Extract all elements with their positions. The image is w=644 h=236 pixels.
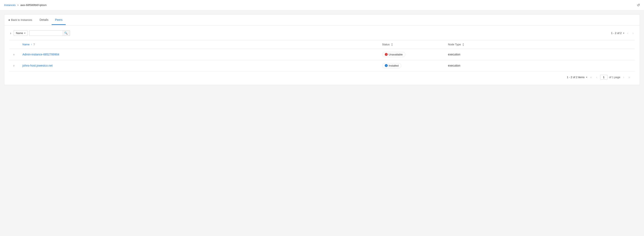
row2-status-icon: i: [385, 64, 388, 67]
filter-input[interactable]: [29, 30, 62, 36]
prev-page-button-top[interactable]: ‹: [626, 31, 630, 36]
pagination-bottom: 1 - 2 of 2 items ▾ « ‹ of 1 page › »: [9, 71, 635, 81]
filter-select[interactable]: Name ▾: [14, 30, 28, 36]
table-body: › Admin-instance-6852789904 ! Unavailabl…: [9, 49, 635, 71]
filter-toolbar: › Name ▾ 🔍 1 - 2 of 2 ▾ ‹: [9, 30, 635, 36]
expand-filter-button[interactable]: ›: [9, 31, 12, 36]
filter-dropdown-arrow: ▾: [24, 32, 25, 34]
breadcrumb-bar: Instances > awx-68f586fb6f-lpbsm ↺: [0, 0, 644, 10]
search-icon: 🔍: [64, 32, 68, 35]
row2-status-label: Installed: [389, 64, 398, 67]
col-status-label: Status: [382, 43, 390, 46]
row2-nodetype-value: execution: [448, 64, 460, 67]
main-panel: ◄ Back to Instances Details Peers › Name…: [4, 15, 640, 85]
search-button[interactable]: 🔍: [62, 30, 70, 36]
row1-nodetype-value: execution: [448, 53, 460, 56]
content-area: › Name ▾ 🔍 1 - 2 of 2 ▾ ‹: [4, 25, 640, 85]
pagination-top: 1 - 2 of 2 ▾ ‹ ›: [611, 31, 635, 36]
col-status-header: Status ▲▼: [379, 40, 445, 49]
page-range-dropdown-arrow[interactable]: ▾: [623, 32, 624, 34]
last-page-button[interactable]: »: [627, 75, 632, 80]
row1-status-badge: ! Unavailable: [382, 52, 406, 57]
breadcrumb-instances-link[interactable]: Instances: [4, 4, 16, 7]
status-sort-icon[interactable]: ▲▼: [391, 43, 393, 46]
row2-nodetype-cell: execution: [445, 60, 635, 71]
row1-name-cell: Admin-instance-6852789904: [19, 49, 379, 60]
row1-expand-cell: ›: [9, 49, 19, 60]
prev-page-button[interactable]: ‹: [595, 75, 598, 80]
row1-status-label: Unavailable: [389, 53, 403, 56]
breadcrumb-separator: >: [17, 4, 19, 7]
row2-expand-cell: ›: [9, 60, 19, 71]
filter-input-wrapper: 🔍: [29, 30, 70, 36]
col-expand-header: [9, 40, 19, 49]
row1-status-cell: ! Unavailable: [379, 49, 445, 60]
row2-status-badge: i Installed: [382, 63, 401, 68]
filter-by-label: Name: [16, 32, 23, 35]
name-sort-icon[interactable]: ↑: [31, 43, 32, 46]
row1-expand-button[interactable]: ›: [12, 52, 15, 57]
next-page-button[interactable]: ›: [622, 75, 626, 80]
back-to-instances-button[interactable]: ◄ Back to Instances: [8, 17, 34, 23]
tab-details[interactable]: Details: [36, 15, 52, 25]
of-page-label: of 1 page: [609, 76, 620, 79]
page-number-input[interactable]: [600, 75, 608, 80]
table-row: › johns-host.jowestco.net i Installed: [9, 60, 635, 71]
main-container: ◄ Back to Instances Details Peers › Name…: [0, 10, 644, 236]
row2-instance-link[interactable]: johns-host.jowestco.net: [22, 64, 52, 67]
row2-expand-button[interactable]: ›: [12, 64, 15, 68]
col-nodetype-label: Node Type: [448, 43, 461, 46]
col-name-header: Name ↑ ?: [19, 40, 379, 49]
table-header-row: Name ↑ ? Status ▲▼: [9, 40, 635, 49]
tab-peers[interactable]: Peers: [52, 15, 66, 25]
table-row: › Admin-instance-6852789904 ! Unavailabl…: [9, 49, 635, 60]
name-help-icon[interactable]: ?: [33, 43, 35, 46]
row1-status-icon: !: [385, 53, 388, 56]
filter-left: › Name ▾ 🔍: [9, 30, 70, 36]
next-page-button-top[interactable]: ›: [631, 31, 635, 36]
page-range-top: 1 - 2 of 2: [611, 32, 622, 35]
pagination-range-dropdown[interactable]: ▾: [586, 76, 587, 78]
tab-nav: ◄ Back to Instances Details Peers: [4, 15, 640, 25]
row2-status-cell: i Installed: [379, 60, 445, 71]
history-icon[interactable]: ↺: [637, 3, 640, 8]
row1-instance-link[interactable]: Admin-instance-6852789904: [22, 53, 59, 56]
row1-nodetype-cell: execution: [445, 49, 635, 60]
nodetype-sort-icon[interactable]: ▲▼: [462, 43, 464, 46]
breadcrumb: Instances > awx-68f586fb6f-lpbsm: [4, 4, 47, 7]
first-page-button[interactable]: «: [589, 75, 593, 80]
breadcrumb-current: awx-68f586fb6f-lpbsm: [20, 4, 47, 7]
row2-name-cell: johns-host.jowestco.net: [19, 60, 379, 71]
pagination-range-bottom: 1 - 2 of 2 items: [567, 76, 584, 79]
col-nodetype-header: Node Type ▲▼: [445, 40, 635, 49]
col-name-label: Name: [22, 43, 30, 46]
data-table: Name ↑ ? Status ▲▼: [9, 40, 635, 71]
